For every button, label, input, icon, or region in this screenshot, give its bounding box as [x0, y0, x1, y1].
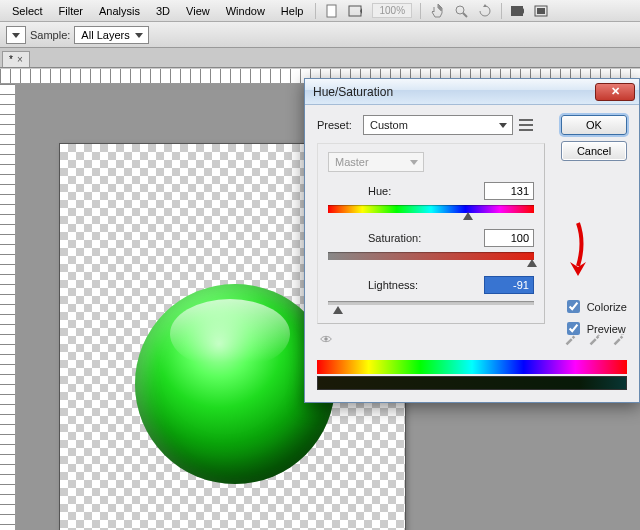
spectrum-bar: [317, 360, 627, 374]
hue-saturation-dialog: Hue/Saturation ✕ Preset: Custom OK Cance…: [304, 78, 640, 403]
hue-label: Hue:: [368, 185, 391, 197]
menu-3d[interactable]: 3D: [148, 2, 178, 20]
separator: [501, 3, 502, 19]
close-icon[interactable]: ×: [17, 54, 23, 65]
menu-bar: Select Filter Analysis 3D View Window He…: [0, 0, 640, 22]
point-sample-dropdown[interactable]: [6, 26, 26, 44]
saturation-thumb[interactable]: [527, 251, 537, 263]
channel-value: Master: [335, 156, 369, 168]
saturation-slider[interactable]: [328, 250, 534, 262]
arrange-icon[interactable]: [507, 2, 529, 20]
sample-dropdown[interactable]: All Layers: [74, 26, 148, 44]
menu-help[interactable]: Help: [273, 2, 312, 20]
menu-filter[interactable]: Filter: [51, 2, 91, 20]
close-button[interactable]: ✕: [595, 83, 635, 101]
options-bar: Sample: All Layers: [0, 22, 640, 48]
svg-rect-6: [537, 8, 545, 14]
zoom-level[interactable]: 100%: [372, 3, 412, 18]
svg-rect-0: [327, 5, 336, 17]
channel-dropdown: Master: [328, 152, 424, 172]
hand-tool-icon[interactable]: [426, 2, 448, 20]
cancel-button[interactable]: Cancel: [561, 141, 627, 161]
adjustment-group: Master Hue: Saturation:: [317, 143, 545, 324]
saturation-label: Saturation:: [368, 232, 421, 244]
colorize-checkbox[interactable]: Colorize: [563, 297, 627, 316]
menu-view[interactable]: View: [178, 2, 218, 20]
sample-value: All Layers: [81, 29, 129, 41]
saturation-input[interactable]: [484, 229, 534, 247]
colorize-check-input[interactable]: [567, 300, 580, 313]
screen-mode-icon[interactable]: [345, 2, 367, 20]
tab-name: *: [9, 54, 13, 65]
preset-dropdown[interactable]: Custom: [363, 115, 513, 135]
document-tab[interactable]: * ×: [2, 51, 30, 67]
hue-input[interactable]: [484, 182, 534, 200]
preview-label: Preview: [587, 323, 626, 335]
sample-label: Sample:: [30, 29, 70, 41]
ok-button[interactable]: OK: [561, 115, 627, 135]
preview-check-input[interactable]: [567, 322, 580, 335]
menu-select[interactable]: Select: [4, 2, 51, 20]
colorize-toggle-icon[interactable]: [319, 332, 333, 348]
menu-window[interactable]: Window: [218, 2, 273, 20]
rotate-view-icon[interactable]: [474, 2, 496, 20]
zoom-tool-icon[interactable]: [450, 2, 472, 20]
document-tabs: * ×: [0, 48, 640, 68]
svg-rect-1: [349, 6, 361, 16]
dialog-titlebar[interactable]: Hue/Saturation ✕: [305, 79, 639, 105]
lightness-label: Lightness:: [368, 279, 418, 291]
ruler-vertical[interactable]: [0, 84, 16, 530]
lightness-thumb[interactable]: [333, 298, 343, 310]
lightness-input[interactable]: [484, 276, 534, 294]
preview-checkbox[interactable]: Preview: [563, 319, 627, 338]
preset-label: Preset:: [317, 119, 363, 131]
svg-point-2: [456, 6, 464, 14]
hue-thumb[interactable]: [463, 204, 473, 216]
preset-menu-icon[interactable]: [519, 118, 533, 132]
separator: [315, 3, 316, 19]
doc-icon[interactable]: [321, 2, 343, 20]
menu-analysis[interactable]: Analysis: [91, 2, 148, 20]
result-spectrum-bar: [317, 376, 627, 390]
colorize-label: Colorize: [587, 301, 627, 313]
svg-rect-4: [511, 6, 523, 16]
svg-point-7: [324, 337, 328, 341]
separator: [420, 3, 421, 19]
options-checkboxes: Colorize Preview: [563, 297, 627, 341]
lightness-slider[interactable]: [328, 297, 534, 309]
preset-value: Custom: [370, 119, 408, 131]
dialog-title: Hue/Saturation: [313, 85, 393, 99]
svg-line-3: [463, 13, 467, 17]
hue-slider[interactable]: [328, 203, 534, 215]
screen-mode-dropdown-icon[interactable]: [531, 2, 553, 20]
